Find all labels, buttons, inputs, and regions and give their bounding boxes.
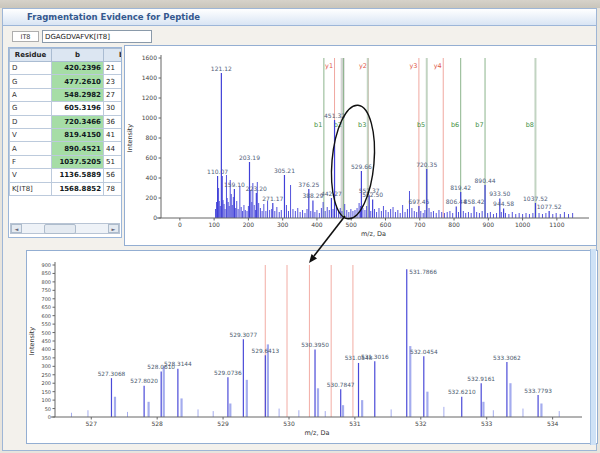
- x-tick-label: 533: [481, 420, 493, 427]
- peak-value-label: 529.0736: [214, 370, 242, 376]
- x-tick-label: 1000: [515, 221, 530, 228]
- y-ion-label: y2: [359, 62, 367, 70]
- b-ion-cell: 720.3466: [52, 115, 104, 128]
- b-next-cell: 36: [104, 115, 123, 128]
- table-row[interactable]: D420.239621: [10, 62, 123, 75]
- full-spectrum-panel: y1y2y3y4b1b2b3b5b6b7b8110.07121.12159.10…: [124, 45, 597, 246]
- table-row[interactable]: V1136.588956: [10, 169, 123, 182]
- y-tick-label: 500: [41, 330, 51, 336]
- window-scrollbar[interactable]: [590, 249, 596, 445]
- window-titlebar[interactable]: Fragmentation Evidence for Peptide: [3, 9, 596, 26]
- x-tick-label: 532: [415, 420, 427, 427]
- peak-value-label: 529.6413: [252, 348, 280, 354]
- x-tick-label: 530: [283, 420, 295, 427]
- table-row[interactable]: G605.319630: [10, 102, 123, 115]
- b-ion-label: b1: [314, 121, 322, 129]
- table-header-row: Residue b b: [10, 49, 123, 62]
- peak-value-label: 121.12: [211, 65, 232, 72]
- residue-cell: A: [10, 88, 52, 101]
- table-row[interactable]: G477.261023: [10, 75, 123, 88]
- y-tick-label: 300: [41, 363, 51, 369]
- table-row[interactable]: K[IT8]1568.885278: [10, 182, 123, 195]
- window-title: Fragmentation Evidence for Peptide: [27, 12, 200, 22]
- peak-value-label: 451.32: [324, 112, 345, 119]
- peak-value-label: 527.3068: [98, 371, 126, 377]
- peak-value-label: 562.50: [362, 191, 383, 198]
- y-tick-label: 1000: [142, 114, 157, 121]
- x-tick-label: 200: [243, 221, 255, 228]
- residue-cell: V: [10, 128, 52, 141]
- y-tick-label: 0: [48, 414, 51, 420]
- full-spectrum-chart[interactable]: y1y2y3y4b1b2b3b5b6b7b8110.07121.12159.10…: [125, 46, 596, 245]
- y-axis-title: Intensity: [126, 124, 134, 152]
- peak-value-label: 933.50: [489, 190, 510, 197]
- y-ion-label: y3: [409, 62, 417, 70]
- b-next-cell: 21: [104, 62, 123, 75]
- col-header-b-next[interactable]: b: [104, 49, 123, 62]
- scrollbar-track[interactable]: [22, 224, 108, 233]
- peak-value-label: 442.27: [321, 190, 342, 197]
- x-tick-label: 1100: [549, 221, 564, 228]
- y-tick-label: 700: [41, 296, 51, 302]
- table-row[interactable]: V819.415041: [10, 128, 123, 141]
- b-ion-label: b3: [358, 121, 366, 129]
- peak-value-label: 533.7793: [524, 388, 552, 394]
- peak-value-label: 532.0454: [410, 349, 438, 355]
- x-tick-label: 300: [277, 221, 289, 228]
- scroll-right-icon[interactable]: ►: [108, 224, 119, 233]
- peak-value-label: 1077.52: [537, 203, 562, 210]
- col-header-residue[interactable]: Residue: [10, 49, 52, 62]
- b-ion-cell: 548.2982: [52, 88, 104, 101]
- b-next-cell: 27: [104, 88, 123, 101]
- table-row[interactable]: A548.298227: [10, 88, 123, 101]
- y-tick-label: 750: [41, 287, 51, 293]
- residue-cell: V: [10, 169, 52, 182]
- x-tick-label: 531: [349, 420, 361, 427]
- residue-cell: F: [10, 155, 52, 168]
- y-tick-label: 50: [45, 406, 51, 412]
- b-ion-cell: 605.3196: [52, 102, 104, 115]
- x-tick-label: 700: [414, 221, 426, 228]
- b-ion-cell: 477.2610: [52, 75, 104, 88]
- desktop-strip: [0, 0, 600, 8]
- y-tick-label: 200: [146, 194, 158, 201]
- b-ion-label: b5: [417, 121, 425, 129]
- x-tick-label: 800: [448, 221, 460, 228]
- peak-value-label: 858.42: [464, 198, 485, 205]
- y-ion-label: y1: [325, 62, 333, 70]
- table-row[interactable]: A890.452144: [10, 142, 123, 155]
- peak-value-label: 305.21: [274, 167, 295, 174]
- residue-cell: D: [10, 62, 52, 75]
- b-next-cell: 30: [104, 102, 123, 115]
- peak-value-label: 533.3062: [493, 355, 521, 361]
- residue-cell: G: [10, 75, 52, 88]
- zoomed-spectrum-chart[interactable]: 527.3068527.8020528.0610528.3144529.0736…: [27, 251, 597, 443]
- y-tick-label: 150: [41, 389, 51, 395]
- y-tick-label: 650: [41, 304, 51, 310]
- peak-value-label: 531.3016: [361, 354, 389, 360]
- y-tick-label: 900: [41, 262, 51, 268]
- peptide-sequence-input[interactable]: [42, 30, 152, 43]
- peak-value-label: 376.25: [298, 181, 319, 188]
- peak-value-label: 531.7866: [409, 269, 437, 275]
- x-tick-label: 534: [547, 420, 559, 427]
- table-row[interactable]: D720.346636: [10, 115, 123, 128]
- screen: Fragmentation Evidence for Peptide IT8 R…: [0, 0, 600, 453]
- x-tick-label: 0: [178, 221, 182, 228]
- x-axis-title: m/z, Da: [361, 230, 386, 238]
- table-horizontal-scrollbar[interactable]: ◄ ►: [10, 223, 120, 234]
- peak-value-label: 1037.52: [523, 195, 548, 202]
- scrollbar-thumb[interactable]: [44, 224, 76, 234]
- modification-tag-label: IT8: [20, 33, 30, 41]
- x-tick-label: 600: [380, 221, 392, 228]
- table-row[interactable]: F1037.520551: [10, 155, 123, 168]
- fragment-table-panel: Residue b b D420.239621G477.261023A548.2…: [8, 47, 122, 238]
- y-tick-label: 450: [41, 338, 51, 344]
- x-axis-title: m/z, Da: [304, 429, 329, 437]
- y-tick-label: 250: [41, 372, 51, 378]
- b-next-cell: 56: [104, 169, 123, 182]
- peak-value-label: 532.6210: [448, 389, 476, 395]
- scroll-left-icon[interactable]: ◄: [11, 224, 22, 233]
- residue-cell: A: [10, 142, 52, 155]
- col-header-b[interactable]: b: [52, 49, 104, 62]
